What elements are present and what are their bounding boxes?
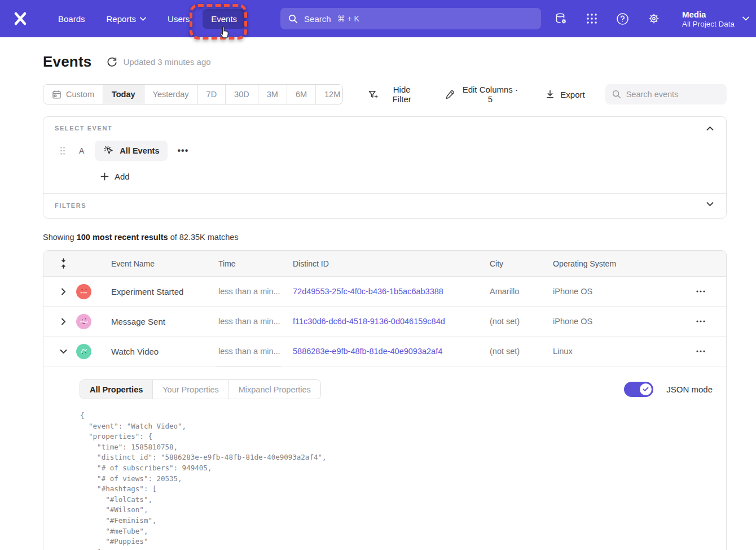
row-more-options-button[interactable] <box>693 347 709 356</box>
nav-item-label: Boards <box>58 14 85 24</box>
hide-filter-label: Hide Filter <box>383 85 420 104</box>
refresh-icon[interactable] <box>107 56 117 67</box>
mixpanel-logo-icon[interactable] <box>12 11 28 26</box>
date-button-30d[interactable]: 30D <box>225 85 258 104</box>
distinct-id-link[interactable]: f11c30d6-dc6d-4518-9136-0d046159c84d <box>293 317 490 326</box>
project-name: All Project Data <box>682 20 735 28</box>
summary-suffix: of 82.35K matches <box>168 233 239 242</box>
date-button-label: 12M <box>324 90 340 99</box>
apps-grid-icon[interactable] <box>586 12 598 25</box>
row-more-options-button[interactable] <box>693 317 709 326</box>
navbar-actions: Media All Project Data <box>554 9 756 29</box>
collapse-all-rows-icon[interactable] <box>60 258 67 269</box>
date-button-label: 7D <box>206 90 217 99</box>
events-search-field[interactable] <box>605 84 727 104</box>
date-range-selector: Custom Today Yesterday 7D 30D 3M 6M 12M <box>43 84 343 104</box>
nav-item-boards[interactable]: Boards <box>50 9 94 29</box>
event-avatar <box>76 314 91 329</box>
data-management-icon[interactable] <box>554 12 568 25</box>
event-selector-button[interactable]: All Events <box>95 141 168 161</box>
date-button-label: 30D <box>234 90 249 99</box>
chevron-down-icon <box>742 16 749 21</box>
event-json-viewer[interactable]: { "event": "Watch Video", "properties": … <box>80 411 715 550</box>
json-mode-toggle[interactable] <box>624 382 653 397</box>
event-query-row: A All Events ••• <box>55 141 715 161</box>
tab-label: Mixpanel Properties <box>239 385 311 394</box>
event-more-options-button[interactable]: ••• <box>177 146 188 156</box>
search-icon <box>288 14 298 24</box>
step-letter: A <box>79 146 84 155</box>
expand-row-icon[interactable] <box>58 285 69 299</box>
collapse-section-icon[interactable] <box>704 124 716 133</box>
edit-columns-label: Edit Columns · 5 <box>460 85 520 104</box>
global-search-input[interactable]: Search ⌘ + K <box>280 8 541 29</box>
org-name: Media <box>682 9 735 20</box>
drag-handle-icon[interactable] <box>60 146 65 155</box>
date-button-7d[interactable]: 7D <box>197 85 226 104</box>
add-button-label: Add <box>115 172 130 181</box>
column-header-event-name[interactable]: Event Name <box>111 259 218 268</box>
filter-icon <box>368 89 378 100</box>
event-avatar <box>76 344 91 359</box>
expand-section-icon[interactable] <box>704 199 716 209</box>
collapse-row-icon[interactable] <box>56 346 71 357</box>
chevron-down-icon <box>140 17 146 21</box>
time-cell-underline <box>217 366 282 366</box>
date-button-label: 6M <box>296 90 307 99</box>
city-cell: (not set) <box>490 317 553 326</box>
date-button-12m[interactable]: 12M <box>315 85 343 104</box>
json-mode-control: JSON mode <box>624 382 715 397</box>
tab-all-properties[interactable]: All Properties <box>80 380 152 399</box>
distinct-id-link[interactable]: 72d49553-25fc-4f0c-b436-1b5ac6ab3388 <box>293 287 490 296</box>
controls-row: Custom Today Yesterday 7D 30D 3M 6M 12M … <box>43 84 727 104</box>
date-button-yesterday[interactable]: Yesterday <box>144 85 197 104</box>
export-button[interactable]: Export <box>545 89 584 99</box>
query-builder-card: SELECT EVENT A A <box>43 116 727 219</box>
column-header-os[interactable]: Operating System <box>553 259 663 268</box>
tab-label: Your Properties <box>162 385 218 394</box>
tab-mixpanel-properties[interactable]: Mixpanel Properties <box>228 380 320 399</box>
nav-item-label: Events <box>211 14 237 24</box>
table-row[interactable]: Experiment Started less than a min... 72… <box>43 277 726 307</box>
table-row-expanded[interactable]: Watch Video less than a min... 5886283e-… <box>43 337 726 366</box>
updated-timestamp: Updated 3 minutes ago <box>123 57 210 67</box>
distinct-id-link[interactable]: 5886283e-e9fb-48fb-81de-40e9093a2af4 <box>293 347 490 356</box>
page-header: Events Updated 3 minutes ago <box>43 53 727 71</box>
select-event-section: SELECT EVENT A A <box>43 117 726 193</box>
row-more-options-button[interactable] <box>693 287 709 296</box>
nav-item-users[interactable]: Users <box>159 9 198 29</box>
results-summary: Showing 100 most recent results of 82.35… <box>43 233 727 242</box>
date-button-custom[interactable]: Custom <box>43 85 103 104</box>
tab-your-properties[interactable]: Your Properties <box>152 380 228 399</box>
nav-item-events[interactable]: Events <box>203 9 245 29</box>
filters-section: FILTERS <box>43 194 726 218</box>
add-event-button[interactable]: Add <box>100 172 130 181</box>
edit-columns-button[interactable]: Edit Columns · 5 <box>445 85 520 104</box>
summary-count: 100 most recent results <box>77 233 168 242</box>
hide-filter-button[interactable]: Hide Filter <box>368 85 420 104</box>
expand-row-icon[interactable] <box>58 315 69 329</box>
date-button-today[interactable]: Today <box>103 85 144 104</box>
events-search-input[interactable] <box>626 90 717 99</box>
events-table: Event Name Time Distinct ID City Operati… <box>43 250 727 550</box>
column-header-time[interactable]: Time <box>218 259 293 268</box>
date-button-label: Custom <box>66 90 94 99</box>
nav-item-reports[interactable]: Reports <box>98 9 155 29</box>
search-placeholder: Search <box>304 14 331 24</box>
table-toolbar: Hide Filter Edit Columns · 5 Export <box>343 84 727 104</box>
column-header-city[interactable]: City <box>490 259 553 268</box>
date-button-3m[interactable]: 3M <box>258 85 287 104</box>
date-button-6m[interactable]: 6M <box>287 85 315 104</box>
column-header-distinct-id[interactable]: Distinct ID <box>293 259 490 268</box>
export-label: Export <box>560 90 584 99</box>
project-switcher[interactable]: Media All Project Data <box>682 9 749 29</box>
json-mode-label: JSON mode <box>666 385 713 394</box>
help-icon[interactable] <box>616 12 629 25</box>
settings-gear-icon[interactable] <box>647 12 661 25</box>
table-row[interactable]: Message Sent less than a min... f11c30d6… <box>43 307 726 337</box>
event-name-cell: Message Sent <box>111 317 218 326</box>
os-cell: Linux <box>553 347 663 356</box>
city-cell: Amarillo <box>490 287 553 296</box>
pencil-icon <box>445 89 455 99</box>
events-page: Events Updated 3 minutes ago Custom Toda… <box>43 53 727 550</box>
